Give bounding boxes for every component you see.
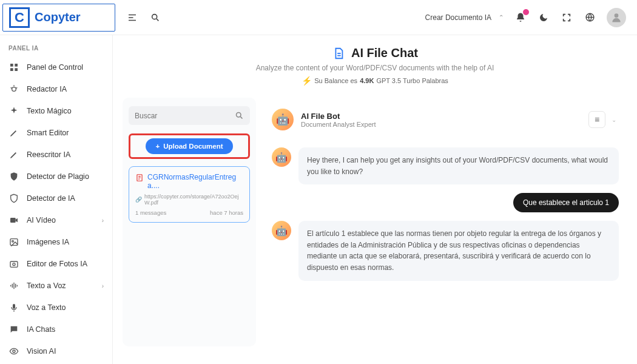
dark-mode-icon[interactable] (538, 12, 550, 24)
search-icon[interactable] (149, 12, 161, 24)
bot-message: 🤖El artículo 1 establece que las normas … (272, 221, 619, 280)
document-card[interactable]: CGRNormasRegularEntrega.... 🔗 https://co… (129, 166, 250, 223)
user-message: Que establece el articulo 1 (272, 193, 619, 212)
sidebar-item-voz-a-texto[interactable]: Voz a Texto (0, 297, 112, 318)
sidebar-item-label: Texto Mágico (27, 107, 72, 115)
chat-menu-button[interactable]: ≡ (588, 111, 605, 128)
bug-icon (8, 84, 19, 95)
svg-point-7 (615, 13, 619, 18)
svg-line-15 (16, 87, 17, 88)
grid-icon (8, 62, 19, 73)
mic-icon (8, 302, 19, 313)
plus-icon: + (155, 143, 160, 150)
chevron-right-icon: › (102, 283, 104, 289)
sidebar-item-label: Editor de Fotos IA (27, 260, 87, 268)
create-document-dropdown[interactable]: Crear Documento IA ⌃ (425, 13, 504, 22)
balance-value: 4.9K (360, 77, 374, 84)
svg-rect-16 (10, 218, 16, 223)
sidebar-item-detector-de-ia[interactable]: Detector de IA (0, 187, 112, 209)
notifications-icon[interactable] (514, 12, 527, 24)
document-name: CGRNormasRegularEntrega.... (147, 173, 243, 190)
search-box[interactable] (129, 106, 250, 125)
file-icon (332, 47, 345, 60)
svg-point-30 (237, 113, 241, 118)
svg-rect-8 (10, 64, 13, 67)
document-time: hace 7 horas (210, 209, 243, 216)
fullscreen-icon[interactable] (561, 12, 573, 24)
bot-role: Document Analyst Expert (301, 121, 376, 128)
logo-mark: C (9, 7, 30, 28)
sidebar-item-smart-editor[interactable]: Smart Editor (0, 122, 112, 144)
sparkle-icon (8, 106, 19, 116)
sidebar: PANEL IA Panel de ControlRedactor IAText… (0, 0, 113, 364)
page-subtitle: Analyze the content of your Word/PDF/CSV… (123, 64, 627, 72)
svg-point-20 (13, 263, 15, 266)
sidebar-item-detector-de-plagio[interactable]: Detector de Plagio (0, 166, 112, 187)
user-avatar[interactable] (607, 8, 626, 27)
sidebar-item-ai-vídeo[interactable]: AI Vídeo› (0, 209, 112, 231)
svg-point-3 (152, 14, 157, 19)
menu-toggle-icon[interactable] (126, 12, 138, 24)
chevron-right-icon: › (102, 217, 104, 224)
sidebar-item-vision-ai[interactable]: Vision AI (0, 340, 112, 362)
sidebar-item-texto-a-voz[interactable]: Texto a Voz› (0, 275, 112, 297)
brand-name: Copyter (35, 10, 81, 24)
sidebar-item-ia-chats[interactable]: IA Chats (0, 318, 112, 340)
link-icon: 🔗 (135, 197, 142, 203)
svg-point-12 (12, 87, 16, 92)
sidebar-item-reescritor-ia[interactable]: Reescritor IA (0, 144, 112, 166)
sidebar-item-label: Vision AI (27, 347, 56, 356)
sidebar-item-imágenes-ia[interactable]: Imágenes IA (0, 231, 112, 253)
pdf-icon (135, 173, 144, 183)
chevron-down-icon[interactable]: ⌄ (609, 116, 619, 123)
sidebar-item-label: Voz a Texto (27, 303, 66, 312)
document-url: https://copyter.com/storage/A72oo2OejW.p… (144, 194, 243, 206)
chat-icon (8, 324, 19, 335)
sidebar-item-label: Reescritor IA (27, 150, 70, 159)
upload-label: Upload Document (163, 143, 223, 150)
balance-row: ⚡ Su Balance es 4.9K GPT 3.5 Turbo Palab… (123, 76, 627, 86)
balance-suffix: GPT 3.5 Turbo Palabras (376, 77, 448, 84)
documents-panel: + Upload Document CGRNormasRegularEntreg… (123, 98, 256, 346)
bot-name: AI File Bot (301, 112, 376, 121)
logo[interactable]: C Copyter (2, 4, 115, 32)
video-icon (8, 215, 19, 226)
notification-badge (523, 9, 529, 15)
sidebar-item-panel-de-control[interactable]: Panel de Control (0, 56, 112, 78)
eye-icon (8, 346, 19, 357)
bot-avatar-icon: 🤖 (272, 221, 291, 240)
svg-rect-26 (13, 304, 15, 309)
page-title: AI File Chat (351, 46, 418, 60)
bot-avatar: 🤖 (272, 109, 294, 130)
sidebar-item-texto-mágico[interactable]: Texto Mágico (0, 100, 112, 122)
shield2-icon (8, 193, 19, 204)
sidebar-item-label: IA Chats (27, 325, 55, 334)
document-messages-count: 1 messages (135, 209, 166, 216)
sidebar-item-label: Redactor IA (27, 85, 67, 93)
chevron-up-icon: ⌃ (499, 14, 504, 21)
sidebar-item-editor-de-fotos-ia[interactable]: Editor de Fotos IA (0, 253, 112, 275)
sidebar-item-label: Detector de IA (27, 194, 75, 203)
svg-point-18 (12, 240, 14, 242)
sidebar-item-label: Imágenes IA (27, 238, 69, 246)
language-icon[interactable] (584, 12, 596, 24)
create-document-label: Crear Documento IA (425, 13, 491, 22)
svg-rect-11 (15, 68, 18, 71)
search-input[interactable] (135, 112, 235, 120)
chat-panel: 🤖 AI File Bot Document Analyst Expert ≡ … (263, 98, 627, 346)
sidebar-item-redactor-ia[interactable]: Redactor IA (0, 78, 112, 100)
upload-highlight: + Upload Document (129, 133, 250, 159)
message-text: Que establece el articulo 1 (513, 193, 619, 212)
svg-line-4 (157, 19, 158, 21)
sidebar-item-label: Detector de Plagio (27, 172, 89, 181)
pen-icon (8, 149, 19, 160)
svg-line-31 (240, 116, 242, 118)
shield-icon (8, 171, 19, 182)
svg-rect-19 (10, 261, 18, 267)
message-text: El artículo 1 establece que las normas t… (298, 221, 619, 280)
balance-prefix: Su Balance es (314, 77, 357, 84)
sidebar-item-label: AI Vídeo (27, 216, 56, 224)
message-text: Hey there, I can help you get any insigh… (298, 147, 619, 184)
svg-rect-9 (15, 64, 18, 67)
upload-document-button[interactable]: + Upload Document (146, 138, 232, 154)
